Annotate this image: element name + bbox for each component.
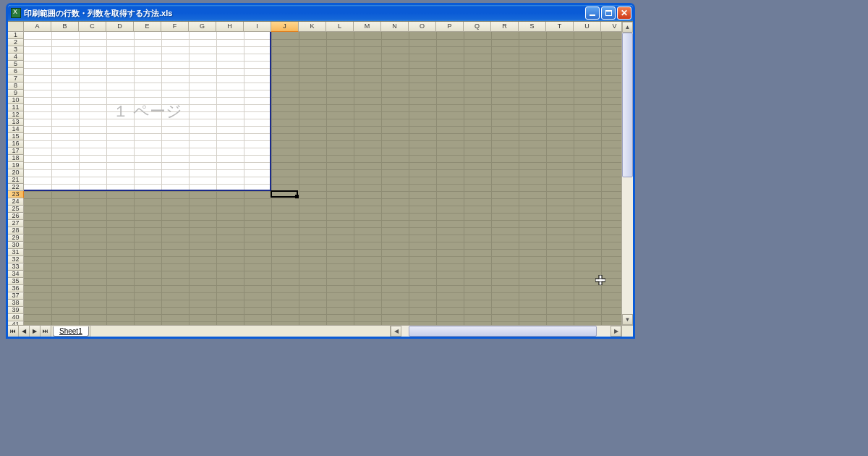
- row-headers[interactable]: 1234567891011121314151617181920212223242…: [8, 32, 24, 325]
- col-header-G[interactable]: G: [189, 22, 216, 32]
- col-header-S[interactable]: S: [519, 22, 546, 32]
- excel-window: 印刷範囲の行数・列数を取得する方法.xls ✕ ABCDEFGHIJKLMNOP…: [6, 3, 635, 339]
- col-header-H[interactable]: H: [216, 22, 244, 32]
- spreadsheet-grid[interactable]: ABCDEFGHIJKLMNOPQRSTUV 12345678910111213…: [8, 22, 621, 325]
- horizontal-scrollbar[interactable]: ◀ ▶: [390, 326, 621, 337]
- v-scroll-track[interactable]: [622, 33, 633, 314]
- titlebar[interactable]: 印刷範囲の行数・列数を取得する方法.xls ✕: [8, 5, 633, 21]
- col-header-K[interactable]: K: [299, 22, 326, 32]
- sheet-last-button[interactable]: ⏭: [41, 326, 51, 337]
- scroll-down-button[interactable]: ▼: [622, 314, 633, 325]
- col-header-D[interactable]: D: [106, 22, 134, 32]
- col-header-T[interactable]: T: [546, 22, 574, 32]
- excel-app-icon: [11, 8, 21, 18]
- column-headers[interactable]: ABCDEFGHIJKLMNOPQRSTUV: [24, 22, 621, 32]
- scroll-left-button[interactable]: ◀: [391, 326, 401, 337]
- sheet-nav-buttons: ⏮ ◀ ▶ ⏭: [8, 326, 51, 337]
- col-header-Q[interactable]: Q: [464, 22, 491, 32]
- print-area: [24, 32, 271, 191]
- bottom-bar: ⏮ ◀ ▶ ⏭ Sheet1 ◀ ▶: [8, 325, 633, 337]
- col-header-J[interactable]: J: [271, 22, 299, 32]
- sheet-next-button[interactable]: ▶: [30, 326, 41, 337]
- cells-area[interactable]: １ ページ: [24, 32, 621, 325]
- tab-filler: [90, 326, 390, 337]
- col-header-L[interactable]: L: [326, 22, 354, 32]
- row-header-41[interactable]: 41: [8, 321, 24, 325]
- col-header-O[interactable]: O: [409, 22, 436, 32]
- minimize-button[interactable]: [585, 7, 600, 20]
- col-header-I[interactable]: I: [244, 22, 271, 32]
- col-header-R[interactable]: R: [491, 22, 519, 32]
- scroll-up-button[interactable]: ▲: [622, 22, 633, 33]
- close-button[interactable]: ✕: [617, 7, 631, 20]
- active-cell[interactable]: [271, 190, 298, 198]
- tab-sheet1[interactable]: Sheet1: [53, 326, 89, 337]
- col-header-C[interactable]: C: [79, 22, 106, 32]
- sheet-prev-button[interactable]: ◀: [19, 326, 30, 337]
- col-header-M[interactable]: M: [354, 22, 381, 32]
- col-header-N[interactable]: N: [381, 22, 409, 32]
- maximize-button[interactable]: [601, 7, 616, 20]
- window-title: 印刷範囲の行数・列数を取得する方法.xls: [24, 8, 585, 19]
- h-scroll-thumb[interactable]: [409, 326, 597, 337]
- col-header-F[interactable]: F: [161, 22, 189, 32]
- workarea: ABCDEFGHIJKLMNOPQRSTUV 12345678910111213…: [8, 21, 633, 337]
- col-header-B[interactable]: B: [51, 22, 79, 32]
- col-header-E[interactable]: E: [134, 22, 161, 32]
- scroll-right-button[interactable]: ▶: [610, 326, 621, 337]
- h-scroll-track[interactable]: [401, 326, 610, 337]
- col-header-P[interactable]: P: [436, 22, 464, 32]
- scroll-corner: [621, 326, 633, 337]
- grid-wrap: ABCDEFGHIJKLMNOPQRSTUV 12345678910111213…: [8, 22, 633, 325]
- sheet-tabs: Sheet1: [51, 326, 90, 337]
- col-header-A[interactable]: A: [24, 22, 51, 32]
- window-buttons: ✕: [585, 7, 631, 20]
- sheet-first-button[interactable]: ⏮: [8, 326, 19, 337]
- v-scroll-thumb[interactable]: [622, 33, 633, 177]
- vertical-scrollbar[interactable]: ▲ ▼: [621, 22, 633, 325]
- col-header-U[interactable]: U: [574, 22, 601, 32]
- col-header-V[interactable]: V: [601, 22, 621, 32]
- select-all-corner[interactable]: [8, 22, 24, 32]
